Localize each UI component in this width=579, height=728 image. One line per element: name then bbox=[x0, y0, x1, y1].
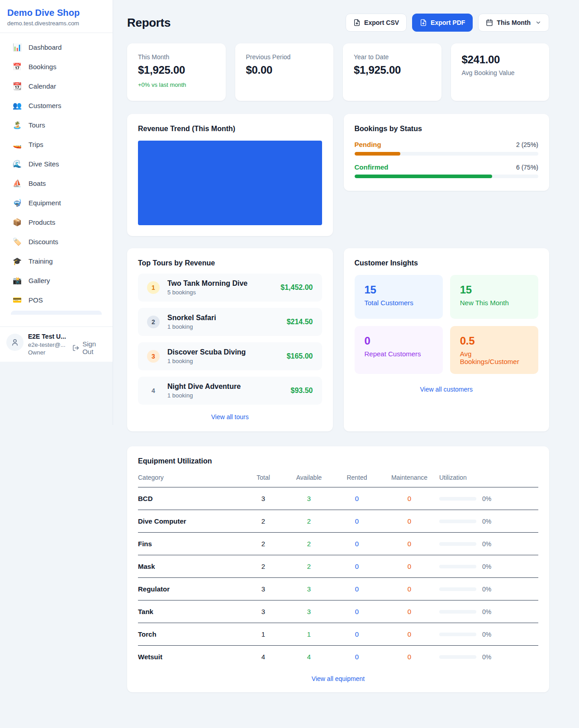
equipment-maintenance: 0 bbox=[380, 578, 439, 600]
period-dropdown[interactable]: This Month bbox=[478, 14, 549, 32]
equipment-total: 2 bbox=[243, 533, 284, 555]
sidebar-nav-item[interactable]: 💳 POS bbox=[5, 291, 107, 309]
sidebar-nav-label: POS bbox=[28, 296, 43, 304]
export-csv-label: Export CSV bbox=[364, 19, 399, 26]
equipment-rented: 0 bbox=[334, 600, 380, 623]
status-progress-fill bbox=[355, 175, 493, 178]
sidebar-nav-item[interactable]: 📊 Dashboard bbox=[5, 38, 107, 56]
sidebar-nav-item[interactable]: ⛵ Boats bbox=[5, 175, 107, 192]
export-csv-button[interactable]: Export CSV bbox=[346, 14, 407, 32]
equipment-total: 3 bbox=[243, 578, 284, 600]
export-pdf-button[interactable]: Export PDF bbox=[412, 14, 473, 32]
equipment-rented: 0 bbox=[334, 623, 380, 646]
sidebar-nav-item[interactable]: 📆 Calendar bbox=[5, 77, 107, 95]
bookings-icon: 📅 bbox=[13, 63, 22, 71]
insight-label: Repeat Customers bbox=[365, 350, 433, 358]
sidebar-nav-item[interactable]: 🎓 Training bbox=[5, 252, 107, 270]
sidebar-nav-item[interactable]: 🤿 Equipment bbox=[5, 194, 107, 212]
insight-tile: 0.5 Avg Bookings/Customer bbox=[450, 326, 538, 374]
sidebar-nav-label: Trips bbox=[28, 141, 43, 148]
revenue-trend-title: Revenue Trend (This Month) bbox=[138, 125, 322, 133]
boats-icon: ⛵ bbox=[13, 180, 22, 187]
equipment-table-row: Wetsuit 4 4 0 0 0% bbox=[138, 646, 538, 668]
trips-icon: 🚤 bbox=[13, 141, 22, 148]
sidebar-nav-item[interactable]: 👥 Customers bbox=[5, 97, 107, 114]
equipment-table-row: Fins 2 2 0 0 0% bbox=[138, 533, 538, 555]
revenue-trend-card: Revenue Trend (This Month) bbox=[127, 114, 333, 236]
view-all-customers-link[interactable]: View all customers bbox=[355, 386, 539, 393]
view-all-tours-link[interactable]: View all tours bbox=[138, 413, 322, 421]
sidebar-nav-item[interactable]: 🌊 Dive Sites bbox=[5, 155, 107, 173]
equipment-category: Tank bbox=[138, 600, 243, 623]
stat-value: $0.00 bbox=[246, 64, 323, 76]
pos-icon: 💳 bbox=[13, 297, 22, 304]
tour-name: Night Dive Adventure bbox=[167, 383, 283, 391]
stat-delta: +0% vs last month bbox=[138, 81, 215, 88]
calendar-icon: 📆 bbox=[13, 83, 22, 90]
utilization-bar-track bbox=[439, 565, 476, 568]
equipment-table-row: BCD 3 3 0 0 0% bbox=[138, 487, 538, 510]
tour-list-item[interactable]: 1 Two Tank Morning Dive 5 bookings $1,45… bbox=[138, 274, 322, 302]
col-available: Available bbox=[284, 474, 334, 487]
equipment-rented: 0 bbox=[334, 487, 380, 510]
view-all-equipment-link[interactable]: View all equipment bbox=[138, 675, 538, 682]
utilization-percent: 0% bbox=[482, 608, 491, 615]
stats-row: This Month $1,925.00 +0% vs last month P… bbox=[127, 43, 549, 101]
equipment-maintenance: 0 bbox=[380, 646, 439, 668]
equipment-maintenance: 0 bbox=[380, 510, 439, 533]
insight-value: 15 bbox=[460, 284, 528, 296]
header-actions: Export CSV Export PDF This Month bbox=[346, 14, 549, 32]
sidebar-nav-item[interactable]: 🏝️ Tours bbox=[5, 116, 107, 134]
utilization-percent: 0% bbox=[482, 563, 491, 570]
equipment-rented: 0 bbox=[334, 510, 380, 533]
sidebar-nav-item-partial-active[interactable] bbox=[11, 311, 102, 315]
discounts-icon: 🏷️ bbox=[13, 238, 22, 246]
dashboard-icon: 📊 bbox=[13, 44, 22, 51]
tour-list-item[interactable]: 3 Discover Scuba Diving 1 booking $165.0… bbox=[138, 342, 322, 370]
status-row: Confirmed 6 (75%) bbox=[355, 163, 539, 178]
tours-icon: 🏝️ bbox=[13, 122, 22, 129]
equipment-available: 3 bbox=[284, 600, 334, 623]
utilization-percent: 0% bbox=[482, 631, 491, 638]
shop-domain: demo.test.divestreams.com bbox=[7, 20, 105, 27]
sign-out-button[interactable]: Sign Out bbox=[72, 340, 106, 355]
insight-label: Total Customers bbox=[365, 299, 433, 307]
tour-rank-badge: 1 bbox=[147, 281, 160, 294]
sidebar-nav-item[interactable]: 📅 Bookings bbox=[5, 58, 107, 76]
col-rented: Rented bbox=[334, 474, 380, 487]
sidebar-nav-item[interactable]: 📸 Gallery bbox=[5, 272, 107, 289]
equipment-maintenance: 0 bbox=[380, 487, 439, 510]
equipment-table: Category Total Available Rented Maintena… bbox=[138, 474, 538, 668]
tour-list-item[interactable]: 4 Night Dive Adventure 1 booking $93.50 bbox=[138, 377, 322, 405]
col-utilization: Utilization bbox=[439, 474, 538, 487]
utilization-bar-track bbox=[439, 610, 476, 614]
status-count: 6 (75%) bbox=[516, 164, 538, 171]
equipment-available: 1 bbox=[284, 623, 334, 646]
chevron-down-icon bbox=[535, 19, 541, 26]
revenue-trend-chart bbox=[138, 141, 322, 225]
sidebar-nav-item[interactable]: 🏷️ Discounts bbox=[5, 233, 107, 251]
status-progress-fill bbox=[355, 152, 401, 156]
equipment-rented: 0 bbox=[334, 533, 380, 555]
tour-revenue: $165.00 bbox=[287, 352, 313, 360]
equipment-total: 1 bbox=[243, 623, 284, 646]
sidebar-nav-label: Equipment bbox=[28, 199, 61, 207]
tour-name: Snorkel Safari bbox=[167, 314, 279, 322]
tour-name: Two Tank Morning Dive bbox=[167, 279, 273, 288]
sidebar-nav-item[interactable]: 📦 Products bbox=[5, 213, 107, 231]
stat-value: $241.00 bbox=[462, 53, 539, 66]
tour-list-item[interactable]: 2 Snorkel Safari 1 booking $214.50 bbox=[138, 308, 322, 336]
insight-value: 15 bbox=[365, 284, 433, 296]
sidebar-nav-item[interactable]: 🚤 Trips bbox=[5, 136, 107, 153]
user-role: Owner bbox=[28, 349, 68, 356]
dive-sites-icon: 🌊 bbox=[13, 161, 22, 168]
utilization-percent: 0% bbox=[482, 653, 491, 661]
status-progress-track bbox=[355, 175, 539, 178]
sidebar: Demo Dive Shop demo.test.divestreams.com… bbox=[0, 0, 113, 362]
equipment-maintenance: 0 bbox=[380, 555, 439, 578]
equipment-table-header: Category Total Available Rented Maintena… bbox=[138, 474, 538, 487]
sidebar-border-extension bbox=[113, 362, 113, 425]
equipment-icon: 🤿 bbox=[13, 199, 22, 207]
equipment-table-row: Regulator 3 3 0 0 0% bbox=[138, 578, 538, 600]
equipment-available: 4 bbox=[284, 646, 334, 668]
